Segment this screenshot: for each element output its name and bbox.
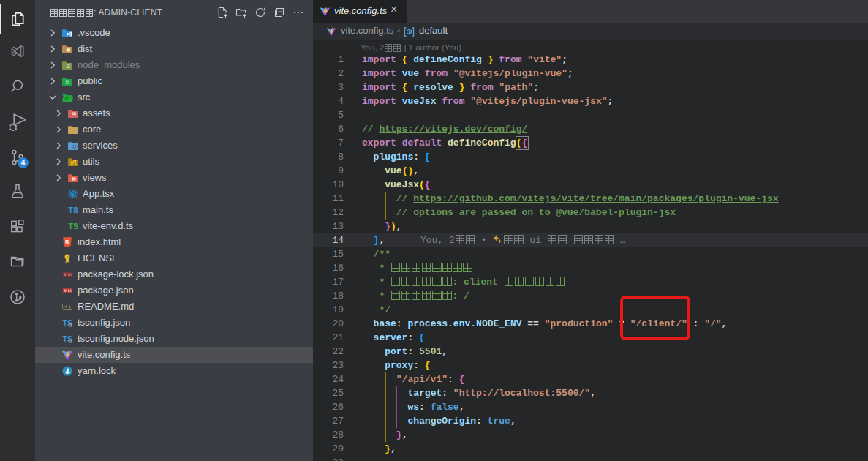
svg-text:TS: TS	[69, 222, 78, 230]
svg-text:TS: TS	[69, 206, 78, 214]
svg-text:5: 5	[65, 239, 69, 246]
